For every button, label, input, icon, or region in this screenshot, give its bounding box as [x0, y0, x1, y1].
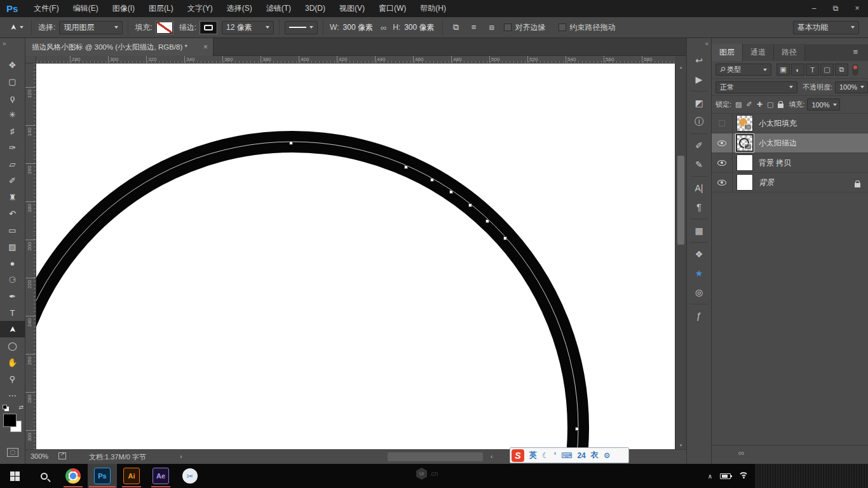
history-brush-tool[interactable]: ↶: [0, 205, 25, 222]
quick-mask-button[interactable]: [7, 448, 18, 457]
marquee-tool[interactable]: ▢: [0, 73, 25, 90]
lasso-tool[interactable]: ϙ: [0, 90, 25, 106]
fill-opacity-dropdown[interactable]: 100%: [807, 98, 840, 111]
hand-tool[interactable]: ✋: [0, 354, 25, 370]
battery-icon[interactable]: [720, 473, 731, 479]
brush-tool[interactable]: ✐: [0, 172, 25, 189]
paragraph-icon[interactable]: ¶: [687, 200, 711, 215]
filter-smart-objects-icon[interactable]: ⧉: [835, 64, 848, 76]
illustrator-taskbar-button[interactable]: Ai: [117, 464, 146, 488]
ime-english-mode[interactable]: 英: [529, 450, 537, 461]
menu-item[interactable]: 图层(L): [142, 0, 180, 17]
chrome-taskbar-button[interactable]: [58, 464, 88, 488]
search-button[interactable]: [29, 464, 58, 488]
pen-tool[interactable]: ✒: [0, 288, 25, 304]
sogou-logo-icon[interactable]: S: [512, 449, 524, 462]
start-button[interactable]: [0, 464, 29, 488]
default-colors-icon[interactable]: [3, 405, 7, 409]
photoshop-taskbar-button[interactable]: Ps: [88, 464, 117, 488]
visibility-toggle[interactable]: [712, 153, 733, 173]
layer-thumbnail[interactable]: [736, 135, 753, 151]
menu-item[interactable]: 图像(I): [105, 0, 142, 17]
close-tab-icon[interactable]: ×: [203, 43, 208, 51]
ime-punctuation-icon[interactable]: ’: [554, 451, 556, 460]
clone-stamp-tool[interactable]: ♜: [0, 189, 25, 205]
snip-taskbar-button[interactable]: ✂: [175, 464, 205, 488]
eyedropper-tool[interactable]: ✑: [0, 139, 25, 156]
panel-tab[interactable]: 路径: [774, 44, 805, 61]
constrain-path-checkbox[interactable]: 约束路径拖动: [559, 22, 616, 33]
width-value[interactable]: 300 像素: [343, 22, 373, 33]
menu-item[interactable]: 选择(S): [220, 0, 259, 17]
libraries-icon[interactable]: ❖: [687, 247, 711, 262]
lock-pixels-icon[interactable]: ✐: [746, 100, 752, 109]
select-mode-dropdown[interactable]: 现用图层: [59, 21, 123, 34]
path-anchor[interactable]: [449, 190, 453, 194]
history-icon[interactable]: ↩: [687, 53, 711, 68]
layer-name[interactable]: 背景 拷贝: [759, 158, 791, 168]
healing-brush-tool[interactable]: ▱: [0, 156, 25, 172]
visibility-toggle[interactable]: [712, 114, 733, 133]
layer-thumbnail[interactable]: [736, 154, 753, 171]
panel-tab[interactable]: 图层: [712, 44, 743, 61]
opacity-dropdown[interactable]: 100%: [835, 81, 868, 93]
path-anchor[interactable]: [289, 141, 293, 145]
menu-item[interactable]: 窗口(W): [372, 0, 413, 17]
path-anchor[interactable]: [430, 178, 434, 182]
vertical-scroll-thumb[interactable]: [677, 156, 684, 245]
visibility-toggle[interactable]: [712, 173, 733, 193]
scroll-left-icon[interactable]: ‹: [491, 452, 493, 460]
link-layers-icon[interactable]: ∞: [738, 448, 744, 458]
quick-selection-tool[interactable]: ✳: [0, 106, 25, 123]
status-menu-arrow-icon[interactable]: ›: [180, 452, 182, 460]
document-tab[interactable]: 描边风格小图标 @ 300% (小太阳描边, RGB/8) * ×: [25, 38, 214, 56]
panel-tab[interactable]: 通道: [743, 44, 774, 61]
zoom-level-field[interactable]: 300%: [31, 452, 48, 460]
filter-shape-layers-icon[interactable]: ▢: [820, 64, 834, 76]
ime-settings-icon[interactable]: ⚙: [604, 451, 611, 460]
layer-filter-type-dropdown[interactable]: ⚲类型: [715, 64, 771, 76]
menu-item[interactable]: 滤镜(T): [259, 0, 298, 17]
3d-icon[interactable]: ◩: [687, 95, 711, 111]
layer-row[interactable]: 背景: [712, 173, 868, 193]
blend-mode-dropdown[interactable]: 正常: [715, 81, 797, 93]
dodge-tool[interactable]: ⚆: [0, 271, 25, 288]
filter-pixel-layers-icon[interactable]: ▣: [776, 64, 790, 76]
ime-keyboard-icon[interactable]: ⌨: [561, 451, 572, 460]
filter-type-layers-icon[interactable]: T: [806, 64, 819, 76]
workspace-switcher[interactable]: 基本功能: [793, 21, 859, 34]
path-selection-tool[interactable]: ➤: [0, 321, 25, 337]
layer-thumbnail[interactable]: [736, 174, 753, 191]
crop-tool[interactable]: ♯: [0, 123, 25, 139]
collapse-tools-icon[interactable]: »: [0, 38, 25, 49]
lock-all-icon[interactable]: [778, 104, 783, 108]
wifi-icon[interactable]: [738, 472, 749, 480]
behance-icon[interactable]: ◎: [687, 285, 711, 300]
scroll-up-icon[interactable]: ▲: [675, 65, 686, 69]
filter-toggle[interactable]: [852, 64, 858, 76]
vertical-scrollbar[interactable]: ▲ ▼: [675, 64, 686, 449]
close-button[interactable]: ×: [846, 0, 868, 17]
path-alignment-button[interactable]: ≡: [468, 22, 480, 32]
menu-item[interactable]: 文字(Y): [180, 0, 220, 17]
current-tool-preview[interactable]: ➤: [8, 22, 26, 33]
restore-button[interactable]: ⧉: [825, 0, 846, 17]
visibility-toggle[interactable]: [712, 133, 733, 153]
share-icon[interactable]: ↗: [58, 452, 66, 459]
path-anchor[interactable]: [404, 165, 408, 169]
glyphs-icon[interactable]: ▦: [687, 223, 711, 238]
path-anchor[interactable]: [575, 427, 579, 431]
foreground-color-swatch[interactable]: [3, 414, 17, 427]
lock-artboard-icon[interactable]: ▢: [767, 100, 773, 109]
favorites-star-icon[interactable]: ★: [687, 266, 711, 281]
eraser-tool[interactable]: ▭: [0, 222, 25, 238]
type-tool[interactable]: T: [0, 304, 25, 321]
menu-item[interactable]: 文件(F): [27, 0, 65, 17]
brushes-icon[interactable]: ✐: [687, 138, 711, 153]
character-icon[interactable]: A|: [687, 180, 711, 196]
fill-swatch[interactable]: [156, 22, 173, 34]
tray-chevron-icon[interactable]: ∧: [708, 473, 712, 480]
minimize-button[interactable]: –: [803, 0, 825, 17]
layer-thumbnail[interactable]: [736, 115, 753, 132]
layer-row[interactable]: 背景 拷贝: [712, 153, 868, 173]
